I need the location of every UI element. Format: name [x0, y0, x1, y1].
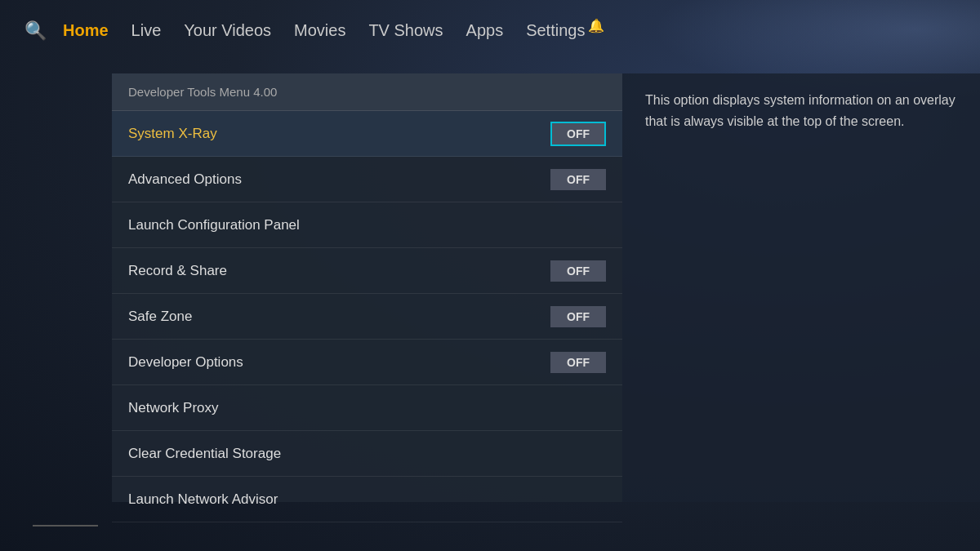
menu-panel: Developer Tools Menu 4.00 System X-RayOF…	[112, 73, 622, 502]
search-icon[interactable]: 🔍	[24, 20, 47, 42]
nav-item-movies[interactable]: Movies	[294, 21, 345, 40]
menu-item-record-share[interactable]: Record & ShareOFF	[112, 248, 622, 294]
menu-item-label-launch-config: Launch Configuration Panel	[128, 217, 300, 233]
menu-item-label-clear-credential: Clear Credential Storage	[128, 446, 281, 462]
menu-item-network-proxy[interactable]: Network Proxy	[112, 385, 622, 431]
bottom-line	[33, 525, 98, 527]
menu-header: Developer Tools Menu 4.00	[112, 73, 622, 111]
toggle-safe-zone[interactable]: OFF	[550, 306, 606, 327]
nav-menu: HomeLiveYour VideosMoviesTV ShowsAppsSet…	[63, 21, 604, 40]
toggle-advanced-options[interactable]: OFF	[550, 169, 606, 190]
menu-item-clear-credential[interactable]: Clear Credential Storage	[112, 431, 622, 477]
nav-settings-label: Settings	[526, 21, 585, 40]
nav-item-settings[interactable]: Settings🔔	[526, 21, 604, 40]
nav-item-tv-shows[interactable]: TV Shows	[368, 21, 443, 40]
menu-item-label-advanced-options: Advanced Options	[128, 171, 242, 188]
menu-items-list: System X-RayOFFAdvanced OptionsOFFLaunch…	[112, 111, 622, 522]
menu-item-label-system-xray: System X-Ray	[128, 126, 217, 142]
main-content: Developer Tools Menu 4.00 System X-RayOF…	[112, 73, 980, 502]
menu-item-label-launch-network: Launch Network Advisor	[128, 491, 278, 508]
nav-item-apps[interactable]: Apps	[466, 21, 504, 40]
menu-item-system-xray[interactable]: System X-RayOFF	[112, 111, 622, 157]
navbar: 🔍 HomeLiveYour VideosMoviesTV ShowsAppsS…	[0, 0, 980, 61]
menu-item-label-safe-zone: Safe Zone	[128, 309, 192, 325]
menu-item-label-record-share: Record & Share	[128, 263, 227, 279]
toggle-system-xray[interactable]: OFF	[550, 122, 606, 146]
description-text: This option displays system information …	[645, 90, 957, 133]
description-panel: This option displays system information …	[622, 73, 980, 502]
notification-bell-icon: 🔔	[588, 18, 604, 33]
menu-item-label-network-proxy: Network Proxy	[128, 400, 219, 416]
menu-item-launch-config[interactable]: Launch Configuration Panel	[112, 202, 622, 248]
menu-item-safe-zone[interactable]: Safe ZoneOFF	[112, 294, 622, 340]
menu-item-developer-options[interactable]: Developer OptionsOFF	[112, 340, 622, 385]
bottom-bar	[0, 506, 980, 551]
nav-item-home[interactable]: Home	[63, 21, 109, 40]
nav-item-your-videos[interactable]: Your Videos	[184, 21, 271, 40]
menu-item-advanced-options[interactable]: Advanced OptionsOFF	[112, 157, 622, 202]
toggle-record-share[interactable]: OFF	[550, 260, 606, 282]
settings-wrapper: Settings🔔	[526, 21, 604, 40]
menu-item-label-developer-options: Developer Options	[128, 354, 243, 371]
nav-item-live[interactable]: Live	[131, 21, 162, 40]
toggle-developer-options[interactable]: OFF	[550, 352, 606, 373]
